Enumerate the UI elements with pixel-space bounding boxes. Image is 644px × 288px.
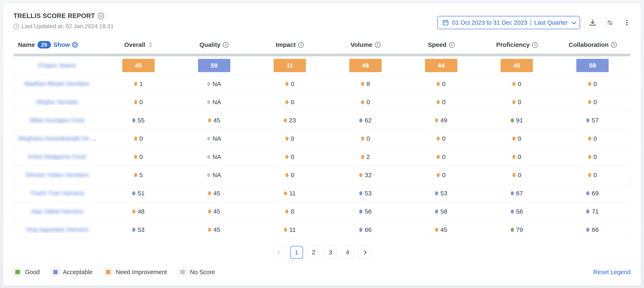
score-dot-acceptable bbox=[132, 118, 135, 122]
pagination-page-4[interactable]: 4 bbox=[341, 246, 354, 259]
table-row: Madhav Bhask Devdans1NA08000 bbox=[14, 75, 630, 93]
score-cell: 0 bbox=[554, 153, 630, 160]
score-cell: 0 bbox=[328, 135, 403, 142]
legend-item-no-score[interactable]: No Score bbox=[178, 268, 215, 276]
legend-checkbox[interactable] bbox=[14, 268, 22, 276]
column-info-icon[interactable]: i bbox=[298, 42, 304, 48]
sort-icon[interactable] bbox=[148, 42, 152, 48]
row-name-link[interactable]: Madhav Bhask Devdans bbox=[14, 80, 100, 87]
pagination-page-2[interactable]: 2 bbox=[307, 246, 320, 259]
column-header-label: Proficiency bbox=[496, 41, 530, 48]
row-name-text: Ajay Sakat Harness bbox=[31, 208, 84, 215]
score-dot-need-improvement bbox=[284, 191, 287, 195]
last-updated-info-icon: i bbox=[14, 24, 19, 29]
legend-checkbox[interactable] bbox=[51, 268, 60, 276]
score-value: 8 bbox=[366, 80, 370, 87]
pagination-prev-button[interactable] bbox=[273, 246, 286, 259]
row-name-link[interactable]: Shivam Yadav Devdans bbox=[14, 172, 100, 178]
download-icon bbox=[589, 19, 596, 27]
score-cell: 45 bbox=[403, 226, 479, 233]
chevron-down-icon bbox=[572, 20, 576, 25]
score-cell: 11 bbox=[252, 226, 328, 233]
row-name-text: Megha Tamada bbox=[36, 99, 78, 105]
score-value: 69 bbox=[592, 190, 598, 197]
row-name-text: Viraj Agaonkar Harness bbox=[26, 226, 88, 233]
pagination-page-3[interactable]: 3 bbox=[324, 246, 337, 259]
column-header-name: Name 29 Show bbox=[14, 41, 100, 49]
score-cell: 58 bbox=[403, 208, 479, 215]
legend-color-swatch bbox=[53, 270, 58, 274]
score-dot-need-improvement bbox=[134, 82, 137, 86]
score-dot-need-improvement bbox=[134, 137, 137, 141]
score-value: 1 bbox=[140, 80, 143, 87]
score-cell: 56 bbox=[479, 208, 555, 215]
score-cell: 0 bbox=[252, 172, 328, 179]
legend-checkbox[interactable] bbox=[104, 268, 112, 276]
score-dot-need-improvement bbox=[134, 173, 137, 177]
score-cell: 0 bbox=[100, 153, 176, 160]
pagination-next-button[interactable] bbox=[358, 246, 371, 259]
row-name-link[interactable]: Megha Tamada bbox=[14, 99, 100, 105]
row-name-link[interactable]: Ajay Sakat Harness bbox=[14, 208, 100, 215]
score-dot-acceptable bbox=[586, 209, 589, 214]
row-name-link[interactable]: Projets Teams bbox=[14, 62, 100, 69]
column-info-icon[interactable]: i bbox=[449, 42, 455, 48]
legend-item-need-improvement[interactable]: Need Improvement bbox=[104, 268, 167, 276]
legend-label: Acceptable bbox=[63, 269, 93, 275]
score-value: 45 bbox=[440, 226, 447, 233]
legend-item-good[interactable]: Good bbox=[14, 268, 40, 276]
score-cell: 55 bbox=[100, 117, 176, 124]
date-range-picker[interactable]: 01 Oct 2023 to 31 Dec 2023 Last Quarter bbox=[437, 16, 580, 29]
legend-label: No Score bbox=[190, 269, 215, 275]
score-dot-need-improvement bbox=[134, 100, 137, 104]
legend-color-swatch bbox=[106, 270, 110, 274]
score-dot-need-improvement bbox=[361, 137, 364, 141]
score-value: 66 bbox=[592, 226, 598, 233]
row-name-link[interactable]: Meghana Dwarakanath Ho ... bbox=[14, 135, 100, 142]
column-info-icon[interactable]: i bbox=[532, 42, 538, 48]
more-options-button[interactable] bbox=[623, 19, 630, 26]
score-value: 45 bbox=[213, 226, 220, 233]
score-cell: 51 bbox=[100, 190, 176, 197]
score-cell: 62 bbox=[328, 117, 403, 124]
row-name-link[interactable]: Krina Nadgama Crest bbox=[14, 153, 100, 160]
column-info-icon[interactable]: i bbox=[611, 42, 617, 48]
score-cell: 5 bbox=[100, 172, 176, 179]
legend: GoodAcceptableNeed ImprovementNo Score bbox=[14, 268, 215, 276]
score-value: 0 bbox=[140, 135, 143, 142]
column-info-icon[interactable]: i bbox=[223, 42, 228, 48]
score-value: 58 bbox=[440, 208, 447, 215]
score-dot-need-improvement bbox=[361, 82, 364, 86]
column-info-icon[interactable]: i bbox=[375, 42, 380, 48]
column-header-overall[interactable]: Overall bbox=[100, 41, 176, 48]
pagination: 1234 bbox=[14, 246, 630, 259]
score-cell: 0 bbox=[100, 135, 176, 142]
score-dot-need-improvement bbox=[285, 82, 288, 86]
download-button[interactable] bbox=[589, 19, 596, 27]
widget-settings-button[interactable] bbox=[606, 19, 614, 27]
score-cell: 0 bbox=[252, 135, 328, 142]
reset-legend-link[interactable]: Reset Legend bbox=[593, 269, 630, 275]
row-name-link[interactable]: Thanh Tran Harness bbox=[14, 190, 100, 197]
score-dot-need-improvement bbox=[284, 228, 287, 232]
show-names-button[interactable]: Show bbox=[54, 41, 78, 48]
legend-item-acceptable[interactable]: Acceptable bbox=[51, 268, 93, 276]
legend-label: Need Improvement bbox=[116, 269, 167, 275]
score-cell: 0 bbox=[100, 99, 176, 106]
horizontal-scrollbar[interactable] bbox=[14, 54, 630, 56]
row-name-link[interactable]: Milan Sunagra Crest bbox=[14, 117, 100, 124]
row-name-link[interactable]: Viraj Agaonkar Harness bbox=[14, 226, 100, 233]
score-value: NA bbox=[212, 135, 221, 142]
score-value: 71 bbox=[592, 208, 598, 215]
score-dot-no-score bbox=[207, 155, 210, 159]
score-value: 79 bbox=[516, 226, 523, 233]
score-value: 53 bbox=[138, 226, 144, 233]
title-info-icon[interactable]: i bbox=[98, 13, 104, 19]
score-value: 0 bbox=[291, 80, 294, 87]
pagination-page-1[interactable]: 1 bbox=[290, 246, 303, 259]
score-badge: 59 bbox=[198, 59, 230, 72]
score-cell: 79 bbox=[479, 226, 555, 233]
chevron-left-icon bbox=[278, 250, 282, 254]
row-name-ellipsis: ... bbox=[90, 135, 96, 142]
legend-checkbox[interactable] bbox=[178, 268, 187, 276]
